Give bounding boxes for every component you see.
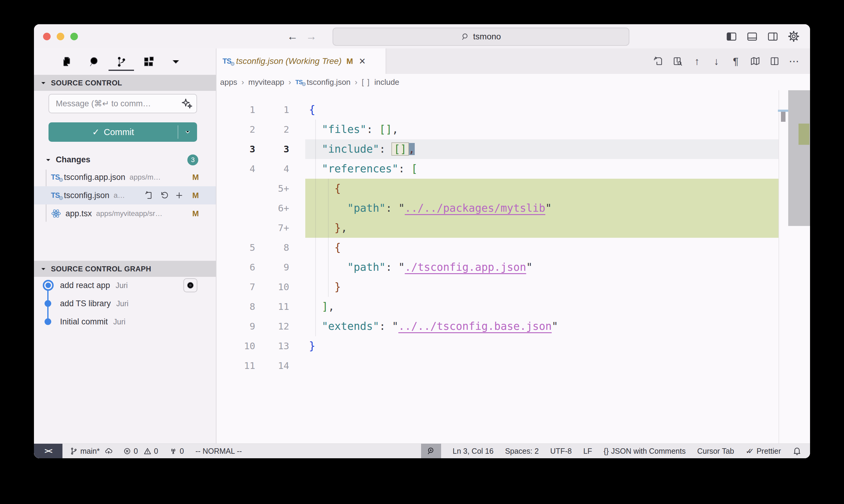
code-line[interactable]: 5+ { bbox=[217, 179, 810, 198]
discard-changes-icon[interactable] bbox=[159, 190, 169, 200]
commit-row[interactable]: add TS library Juri bbox=[34, 294, 216, 312]
original-line-number[interactable]: 1 bbox=[217, 100, 255, 120]
code-line[interactable]: 6+ "path": "../../packages/mytslib" bbox=[217, 198, 810, 218]
formatter-status-item[interactable]: ✓✓ Prettier bbox=[746, 447, 781, 455]
code-line-content[interactable]: ], bbox=[305, 297, 778, 317]
modified-line-number[interactable]: 2 bbox=[255, 120, 289, 139]
previous-change-icon[interactable]: ↑ bbox=[691, 55, 703, 67]
code-editor[interactable]: 11{22 "files": [],33 "include": [],44 "r… bbox=[217, 90, 810, 444]
code-line[interactable]: 1013} bbox=[217, 336, 810, 356]
commit-row[interactable]: add react app Juri bbox=[34, 276, 216, 294]
code-line-content[interactable]: { bbox=[305, 100, 778, 120]
notifications-bell-icon[interactable] bbox=[792, 447, 802, 455]
code-line[interactable]: 11{ bbox=[217, 100, 810, 120]
modified-line-number[interactable]: 14 bbox=[255, 356, 289, 376]
modified-line-number[interactable]: 4 bbox=[255, 159, 289, 179]
original-line-number[interactable]: 2 bbox=[217, 120, 255, 139]
code-line[interactable]: 1114 bbox=[217, 356, 810, 376]
file-row-tsconfig-app-json[interactable]: TS⚙ tsconfig.app.json apps/m… M bbox=[34, 168, 216, 186]
modified-line-number[interactable]: 11 bbox=[255, 297, 289, 317]
original-line-number[interactable]: 11 bbox=[217, 356, 255, 376]
cursor-tab-status-item[interactable]: Cursor Tab bbox=[697, 447, 734, 455]
code-line-content[interactable]: "path": "../../packages/mytslib" bbox=[305, 198, 778, 218]
original-line-number[interactable] bbox=[217, 218, 255, 238]
toggle-whitespace-icon[interactable]: ¶ bbox=[730, 55, 742, 67]
modified-line-number[interactable]: 5+ bbox=[255, 179, 289, 198]
close-window-button[interactable] bbox=[43, 33, 51, 40]
modified-line-number[interactable]: 7+ bbox=[255, 218, 289, 238]
code-line[interactable]: 33 "include": [], bbox=[217, 139, 810, 159]
breadcrumb-tsconfig-json[interactable]: tsconfig.json bbox=[307, 77, 351, 87]
modified-line-number[interactable]: 13 bbox=[255, 336, 289, 356]
commit-dropdown-button[interactable] bbox=[178, 122, 197, 142]
settings-gear-icon[interactable] bbox=[788, 30, 800, 42]
source-control-section-header[interactable]: SOURCE CONTROL bbox=[34, 75, 216, 91]
open-changes-icon[interactable] bbox=[652, 55, 664, 67]
checkout-target-icon[interactable] bbox=[184, 278, 197, 292]
compare-inline-view-icon[interactable] bbox=[672, 55, 683, 67]
code-line-content[interactable]: }, bbox=[305, 218, 778, 238]
original-line-number[interactable]: 6 bbox=[217, 257, 255, 277]
navigate-back-button[interactable]: ← bbox=[287, 30, 298, 43]
vertical-scrollbar[interactable] bbox=[788, 90, 810, 226]
modified-line-number[interactable]: 1 bbox=[255, 100, 289, 120]
maximize-window-button[interactable] bbox=[70, 33, 78, 40]
remote-indicator[interactable]: >< bbox=[34, 444, 63, 458]
original-line-number[interactable] bbox=[217, 179, 255, 198]
code-line-content[interactable]: } bbox=[305, 277, 778, 297]
more-actions-icon[interactable]: ⋯ bbox=[788, 55, 800, 67]
tab-tsconfig-json-working-tree[interactable]: TS⚙ tsconfig.json (Working Tree) M × bbox=[217, 49, 386, 74]
minimap[interactable] bbox=[778, 90, 789, 444]
encoding-status-item[interactable]: UTF-8 bbox=[550, 447, 572, 455]
toggle-primary-sidebar-icon[interactable] bbox=[726, 31, 737, 42]
code-line[interactable]: 710 } bbox=[217, 277, 810, 297]
code-line-content[interactable]: } bbox=[305, 336, 778, 356]
modified-line-number[interactable]: 3 bbox=[255, 139, 289, 159]
code-line-content[interactable] bbox=[305, 356, 778, 376]
vim-mode-status-item[interactable]: -- NORMAL -- bbox=[195, 447, 242, 455]
breadcrumb-include[interactable]: include bbox=[374, 77, 399, 87]
breadcrumb-apps[interactable]: apps bbox=[220, 77, 237, 87]
code-line[interactable]: 811 ], bbox=[217, 297, 810, 317]
original-line-number[interactable]: 8 bbox=[217, 297, 255, 317]
code-line-content[interactable]: { bbox=[305, 238, 778, 257]
explorer-icon[interactable] bbox=[60, 52, 73, 71]
more-views-chevron-icon[interactable] bbox=[169, 52, 183, 71]
code-line[interactable]: 22 "files": [], bbox=[217, 120, 810, 139]
original-line-number[interactable]: 9 bbox=[217, 317, 255, 336]
code-line-content[interactable]: "extends": "../../tsconfig.base.json" bbox=[305, 317, 778, 336]
zoom-indicator[interactable] bbox=[421, 444, 441, 458]
commit-row[interactable]: Initial commit Juri bbox=[34, 312, 216, 331]
code-line-content[interactable]: "path": "./tsconfig.app.json" bbox=[305, 257, 778, 277]
toggle-secondary-sidebar-icon[interactable] bbox=[767, 31, 778, 42]
branch-status-item[interactable]: main* bbox=[70, 447, 113, 455]
language-mode-status-item[interactable]: {} JSON with Comments bbox=[604, 447, 686, 455]
code-line[interactable]: 44 "references": [ bbox=[217, 159, 810, 179]
code-line-content[interactable]: { bbox=[305, 179, 778, 198]
minimize-window-button[interactable] bbox=[57, 33, 64, 40]
file-row-app-tsx[interactable]: app.tsx apps/myviteapp/sr… M bbox=[34, 204, 216, 222]
eol-status-item[interactable]: LF bbox=[583, 447, 592, 455]
modified-line-number[interactable]: 10 bbox=[255, 277, 289, 297]
source-control-view-icon[interactable] bbox=[115, 52, 128, 71]
modified-line-number[interactable]: 8 bbox=[255, 238, 289, 257]
changes-section-header[interactable]: Changes 3 bbox=[34, 151, 216, 168]
modified-line-number[interactable]: 9 bbox=[255, 257, 289, 277]
commit-message-input[interactable] bbox=[49, 94, 197, 113]
stage-changes-icon[interactable] bbox=[174, 190, 184, 200]
code-line[interactable]: 58 { bbox=[217, 238, 810, 257]
map-icon[interactable] bbox=[750, 55, 761, 67]
problems-status-item[interactable]: 0 0 bbox=[123, 447, 158, 455]
original-line-number[interactable]: 4 bbox=[217, 159, 255, 179]
original-line-number[interactable]: 7 bbox=[217, 277, 255, 297]
split-editor-icon[interactable] bbox=[769, 55, 780, 67]
extensions-view-icon[interactable] bbox=[142, 52, 155, 71]
code-line-content[interactable]: "include": [], bbox=[305, 139, 778, 159]
open-file-icon[interactable] bbox=[144, 190, 154, 200]
breadcrumb-myviteapp[interactable]: myviteapp bbox=[248, 77, 285, 87]
modified-line-number[interactable]: 12 bbox=[255, 317, 289, 336]
code-line[interactable]: 912 "extends": "../../tsconfig.base.json… bbox=[217, 317, 810, 336]
indentation-status-item[interactable]: Spaces: 2 bbox=[505, 447, 539, 455]
original-line-number[interactable]: 10 bbox=[217, 336, 255, 356]
commit-button[interactable]: ✓ Commit bbox=[49, 122, 178, 142]
